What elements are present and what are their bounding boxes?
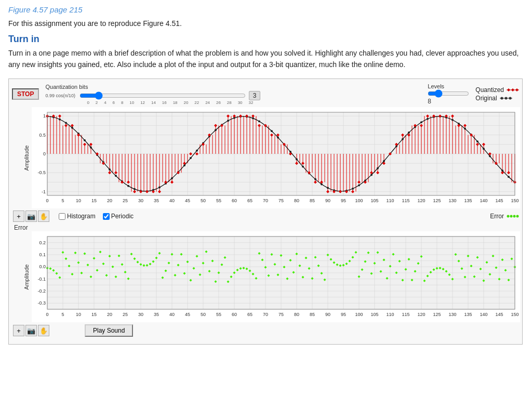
levels-slider[interactable] bbox=[428, 89, 469, 98]
main-chart-wrapper: Amplitude bbox=[12, 107, 519, 208]
quant-label: Quantization bits bbox=[45, 84, 88, 90]
figure-title: Figure 4.57 page 215 bbox=[8, 5, 524, 14]
zoom-plus-button-2[interactable]: + bbox=[13, 325, 24, 336]
camera-button[interactable]: 📷 bbox=[25, 210, 37, 222]
hand-button-2[interactable]: ✋ bbox=[38, 325, 49, 336]
demo-box: STOP Quantization bits 0.99 cos(n/10) 3 … bbox=[8, 78, 523, 345]
checkbox-row: Histogram Periodic bbox=[59, 213, 134, 220]
error-title-right: Error bbox=[490, 213, 504, 220]
description: For this assignment you are to reproduce… bbox=[8, 19, 524, 28]
legend-section: Quantized Original bbox=[475, 86, 519, 102]
periodic-label: Periodic bbox=[111, 213, 134, 220]
legend-quantized-label: Quantized bbox=[475, 86, 504, 94]
error-legend-icon bbox=[507, 213, 519, 220]
quantization-section: Quantization bits 0.99 cos(n/10) 3 02468… bbox=[45, 84, 411, 105]
quant-slider[interactable] bbox=[79, 91, 246, 100]
error-y-label: Amplitude bbox=[23, 264, 30, 289]
controls-bar: STOP Quantization bits 0.99 cos(n/10) 3 … bbox=[12, 83, 519, 105]
toolbar-icons-2: + 📷 ✋ bbox=[13, 325, 49, 336]
main-chart-canvas bbox=[32, 107, 520, 208]
turn-in-heading: Turn in bbox=[8, 34, 524, 45]
stop-button[interactable]: STOP bbox=[12, 88, 39, 100]
periodic-checkbox[interactable] bbox=[103, 213, 110, 220]
error-chart-title: Error bbox=[14, 224, 519, 231]
main-chart-inner bbox=[32, 107, 519, 208]
quant-slider-row: 0.99 cos(n/10) 3 bbox=[45, 91, 260, 100]
bottom-toolbar-2: + 📷 ✋ Play Sound bbox=[12, 324, 519, 337]
toolbar-icons-1: + 📷 ✋ bbox=[13, 210, 49, 222]
legend-original-label: Original bbox=[475, 95, 497, 102]
histogram-checkbox[interactable] bbox=[59, 213, 65, 220]
hand-button[interactable]: ✋ bbox=[38, 210, 49, 222]
error-chart-inner bbox=[32, 231, 519, 322]
bottom-toolbar-1: + 📷 ✋ Histogram Periodic Error bbox=[12, 210, 519, 222]
levels-value: 8 bbox=[428, 98, 431, 105]
error-chart-wrapper: Amplitude bbox=[12, 231, 519, 322]
legend-quantized-row: Quantized bbox=[475, 86, 519, 94]
zoom-plus-button[interactable]: + bbox=[13, 210, 24, 222]
levels-section: Levels 8 bbox=[428, 83, 469, 105]
signal-label: 0.99 cos(n/10) bbox=[45, 93, 75, 98]
legend-original-icon bbox=[500, 95, 512, 102]
turn-in-text: Turn in a one page memo with a brief des… bbox=[8, 48, 524, 70]
error-label-right: Error bbox=[490, 213, 519, 220]
histogram-label: Histogram bbox=[67, 213, 96, 220]
play-sound-button[interactable]: Play Sound bbox=[85, 324, 133, 337]
camera-button-2[interactable]: 📷 bbox=[25, 325, 37, 336]
error-chart-canvas bbox=[32, 231, 520, 322]
histogram-checkbox-label[interactable]: Histogram bbox=[59, 213, 96, 220]
legend-original-row: Original bbox=[475, 95, 512, 102]
levels-label: Levels bbox=[428, 83, 444, 89]
periodic-checkbox-label[interactable]: Periodic bbox=[103, 213, 134, 220]
legend-quantized-icon bbox=[507, 86, 519, 94]
main-y-label: Amplitude bbox=[23, 145, 30, 170]
slider-ticks: 02468101214161820222426283032 bbox=[87, 100, 253, 105]
quant-value: 3 bbox=[249, 91, 260, 100]
